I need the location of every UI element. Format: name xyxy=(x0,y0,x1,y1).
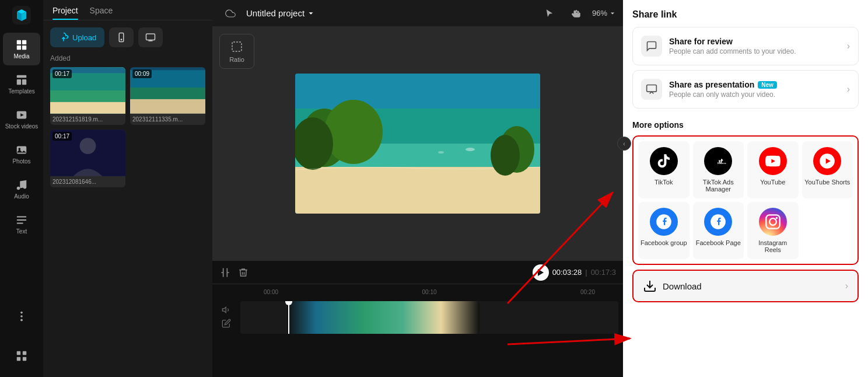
share-presentation-chevron: › xyxy=(847,84,850,95)
svg-point-43 xyxy=(466,148,475,151)
upload-icon xyxy=(58,32,69,43)
platform-instagram-reels[interactable]: Instagram Reels xyxy=(747,202,799,259)
media-name-2: 202312111335.m... xyxy=(130,114,205,125)
comment-icon xyxy=(646,40,657,52)
media-grid: 00:17 202312151819.m... 00:09 2023121113… xyxy=(50,67,205,187)
templates-icon xyxy=(15,74,28,86)
platform-youtube[interactable]: YouTube xyxy=(747,141,799,198)
ruler-mark-2: 00:20 xyxy=(580,289,595,295)
media-name-3: 202312081646... xyxy=(50,176,125,187)
share-presentation-icon-wrapper xyxy=(641,79,662,100)
download-btn-left: Download xyxy=(643,279,702,293)
media-item[interactable]: 00:09 202312111335.m... xyxy=(130,67,205,125)
hand-btn[interactable] xyxy=(565,5,587,22)
ruler-mark-0: 00:00 xyxy=(264,289,278,295)
svg-rect-6 xyxy=(17,79,21,85)
sidebar-item-stock[interactable]: Stock videos xyxy=(3,103,40,135)
total-time: 00:17:3 xyxy=(591,268,616,277)
share-link-title: Share link xyxy=(632,9,859,20)
platform-facebook-group[interactable]: Facebook group xyxy=(638,202,690,259)
svg-rect-23 xyxy=(146,34,155,40)
share-review-title: Share for review xyxy=(669,37,840,46)
grid-bottom-icon xyxy=(15,350,28,362)
timeline-ruler: 00:00 00:10 00:20 xyxy=(217,289,618,295)
ratio-button[interactable]: Ratio xyxy=(219,34,254,69)
zoom-dropdown-icon xyxy=(609,10,616,17)
edit-icon xyxy=(222,319,231,328)
edit-clip-btn[interactable] xyxy=(222,319,231,330)
sidebar-item-photos[interactable]: Photos xyxy=(3,138,40,170)
phone-btn[interactable] xyxy=(109,27,134,47)
split-btn[interactable] xyxy=(219,267,231,278)
hand-icon xyxy=(571,8,582,19)
ratio-icon xyxy=(230,40,244,54)
tab-project[interactable]: Project xyxy=(52,6,78,20)
sidebar-templates-label: Templates xyxy=(8,88,35,95)
media-item[interactable]: 00:17 202312151819.m... xyxy=(50,67,125,125)
delete-btn[interactable] xyxy=(238,267,249,278)
share-for-review-card[interactable]: Share for review People can add comments… xyxy=(632,27,859,65)
sidebar-item-more[interactable] xyxy=(3,300,40,333)
facebook-group-icon xyxy=(656,214,672,230)
timeline-area: 00:03:28 | 00:17:3 00:00 00:10 00:20 xyxy=(212,260,623,377)
facebook-group-icon-wrapper xyxy=(650,208,678,236)
current-time: 00:03:28 xyxy=(552,268,582,277)
sidebar-media-label: Media xyxy=(13,53,29,60)
new-badge: New xyxy=(758,81,777,89)
sidebar-item-text[interactable]: Text xyxy=(3,208,40,240)
media-section-label: Added xyxy=(50,54,205,62)
volume-btn[interactable] xyxy=(222,305,231,316)
tiktok-icon xyxy=(656,153,672,169)
download-button[interactable]: Download › xyxy=(632,270,859,302)
sidebar-audio-label: Audio xyxy=(14,193,29,200)
cursor-icon xyxy=(544,8,555,19)
right-panel: Share link Share for review People can a… xyxy=(623,0,868,377)
app-logo[interactable] xyxy=(11,5,32,26)
project-name-text: Untitled project xyxy=(246,8,304,18)
svg-rect-2 xyxy=(22,40,26,44)
instagram-icon-wrapper xyxy=(759,208,787,236)
video-preview xyxy=(295,74,540,214)
tiktok-label: TikTok xyxy=(654,179,673,186)
zoom-button[interactable]: 96% xyxy=(592,9,616,18)
time-separator: | xyxy=(585,268,587,277)
play-button[interactable] xyxy=(533,264,549,281)
ruler-mark-1: 00:10 xyxy=(422,289,436,295)
platform-tiktok-ads[interactable]: For Business TikTok Ads Manager xyxy=(693,141,744,198)
download-label: Download xyxy=(663,281,702,291)
cloud-save-btn[interactable] xyxy=(219,5,242,22)
track-row xyxy=(217,301,618,334)
svg-point-22 xyxy=(121,39,122,40)
svg-rect-7 xyxy=(22,79,26,85)
svg-point-57 xyxy=(769,218,776,225)
platform-facebook-page[interactable]: Facebook Page xyxy=(693,202,744,259)
panel-content: Upload Added xyxy=(43,20,212,377)
play-icon xyxy=(538,269,544,276)
svg-rect-20 xyxy=(23,357,26,361)
upload-button[interactable]: Upload xyxy=(50,27,104,47)
instagram-reels-label: Instagram Reels xyxy=(750,239,796,253)
split-icon xyxy=(219,267,231,278)
svg-point-14 xyxy=(20,315,23,317)
ratio-label: Ratio xyxy=(229,56,244,63)
screen-btn[interactable] xyxy=(138,27,163,47)
svg-point-15 xyxy=(20,312,23,314)
sidebar-item-bottom[interactable] xyxy=(3,340,40,372)
cursor-btn[interactable] xyxy=(538,5,561,22)
media-duration-3: 00:17 xyxy=(52,132,72,141)
svg-point-13 xyxy=(23,186,27,189)
sidebar-item-media[interactable]: Media xyxy=(3,33,40,65)
facebook-page-icon xyxy=(710,214,726,230)
tab-space[interactable]: Space xyxy=(90,6,113,20)
platform-tiktok[interactable]: TikTok xyxy=(638,141,690,198)
sidebar-item-audio[interactable]: Audio xyxy=(3,173,40,205)
collapse-panel-btn[interactable]: ‹ xyxy=(617,137,631,151)
upload-section: Upload xyxy=(50,27,205,47)
phone-icon xyxy=(116,32,127,43)
sidebar-item-templates[interactable]: Templates xyxy=(3,68,40,100)
project-name-button[interactable]: Untitled project xyxy=(246,8,315,18)
platform-youtube-shorts[interactable]: YouTube Shorts xyxy=(802,141,853,198)
track-content[interactable] xyxy=(240,301,618,334)
share-presentation-card[interactable]: Share as presentation New People can onl… xyxy=(632,70,859,109)
media-item[interactable]: 00:17 202312081646... xyxy=(50,130,125,187)
